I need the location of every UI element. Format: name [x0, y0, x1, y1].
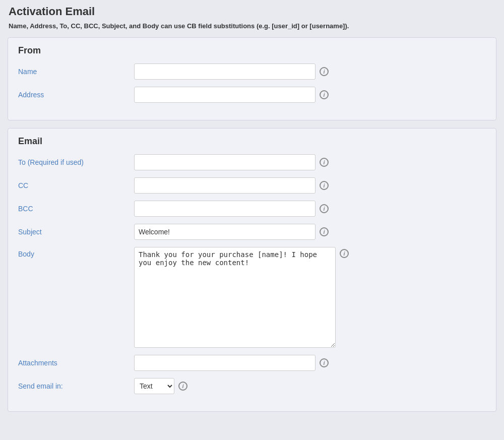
body-info-wrapper: i	[336, 247, 349, 258]
page-container: Activation Email Name, Address, To, CC, …	[0, 0, 504, 440]
attachments-label: Attachments	[18, 359, 134, 367]
name-input[interactable]	[134, 64, 316, 80]
bcc-row: BCC i	[18, 201, 486, 217]
address-input[interactable]	[134, 87, 316, 103]
bcc-control-wrapper: i	[134, 201, 486, 217]
to-label: To (Required if used)	[18, 158, 134, 166]
subject-info-icon[interactable]: i	[320, 227, 329, 236]
address-info-icon[interactable]: i	[320, 90, 329, 99]
cc-row: CC i	[18, 177, 486, 194]
body-control-wrapper: Thank you for your purchase [name]! I ho…	[134, 247, 486, 348]
body-row: Body Thank you for your purchase [name]!…	[18, 247, 486, 348]
subject-label: Subject	[18, 228, 134, 236]
subject-row: Subject i	[18, 224, 486, 240]
cc-label: CC	[18, 181, 134, 190]
name-control-wrapper: i	[134, 64, 486, 80]
attachments-info-icon[interactable]: i	[320, 358, 329, 367]
cc-control-wrapper: i	[134, 177, 486, 194]
substitution-note: Name, Address, To, CC, BCC, Subject, and…	[8, 22, 496, 30]
body-info-icon[interactable]: i	[340, 249, 349, 258]
address-control-wrapper: i	[134, 87, 486, 103]
name-info-icon[interactable]: i	[320, 67, 329, 76]
subject-control-wrapper: i	[134, 224, 486, 240]
to-row: To (Required if used) i	[18, 154, 486, 170]
subject-input[interactable]	[134, 224, 316, 240]
name-row: Name i	[18, 64, 486, 80]
from-section-title: From	[18, 45, 486, 56]
attachments-row: Attachments i	[18, 355, 486, 371]
page-title: Activation Email	[8, 5, 496, 18]
attachments-input[interactable]	[134, 355, 316, 371]
bcc-label: BCC	[18, 205, 134, 213]
body-textarea[interactable]: Thank you for your purchase [name]! I ho…	[134, 247, 336, 348]
bcc-info-icon[interactable]: i	[320, 204, 329, 213]
from-section: From Name i Address i	[8, 37, 496, 120]
to-control-wrapper: i	[134, 154, 486, 170]
send-email-in-info-icon[interactable]: i	[178, 382, 187, 391]
address-row: Address i	[18, 87, 486, 103]
send-email-in-label: Send email in:	[18, 382, 134, 390]
address-label: Address	[18, 91, 134, 99]
name-label: Name	[18, 68, 134, 76]
email-section-title: Email	[18, 136, 486, 147]
attachments-control-wrapper: i	[134, 355, 486, 371]
body-label: Body	[18, 247, 134, 258]
cc-input[interactable]	[134, 177, 316, 194]
cc-info-icon[interactable]: i	[320, 181, 329, 190]
to-input[interactable]	[134, 154, 316, 170]
bcc-input[interactable]	[134, 201, 316, 217]
send-email-in-row: Send email in: Text HTML i	[18, 378, 486, 394]
to-info-icon[interactable]: i	[320, 158, 329, 167]
email-section: Email To (Required if used) i CC i BCC i	[8, 128, 496, 412]
send-email-in-select[interactable]: Text HTML	[134, 378, 174, 394]
send-email-in-control-wrapper: Text HTML i	[134, 378, 486, 394]
